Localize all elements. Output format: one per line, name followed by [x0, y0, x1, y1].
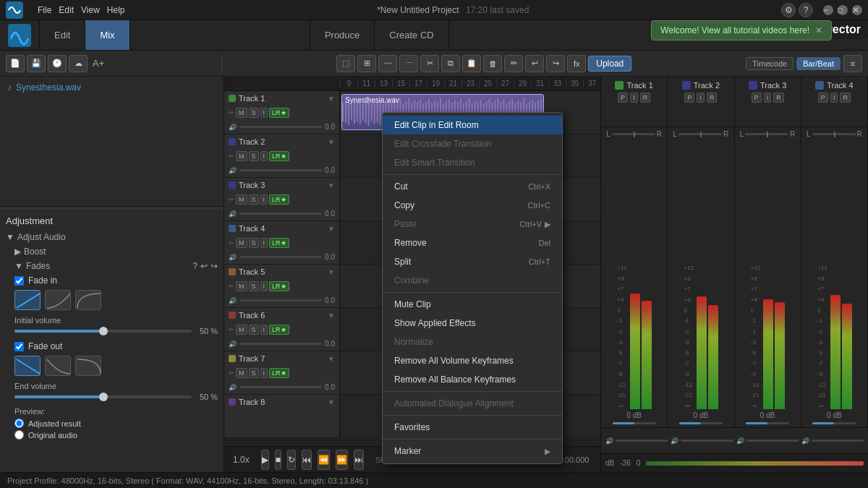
vol-slider-thumb[interactable]: [99, 327, 108, 335]
fade-out-shape-3[interactable]: [75, 356, 101, 376]
pan-slider-4[interactable]: [812, 133, 856, 135]
help-btn[interactable]: ?: [799, 3, 813, 17]
adjusted-radio[interactable]: [14, 419, 24, 428]
ch-fader-4[interactable]: [812, 422, 856, 424]
fade-in-checkbox[interactable]: [14, 276, 24, 286]
cloud-btn[interactable]: ☁: [69, 55, 88, 72]
ctx-marker[interactable]: Marker ▶: [383, 442, 562, 461]
ctx-split[interactable]: Split Ctrl+T: [383, 252, 562, 271]
barbeat-btn[interactable]: Bar/Beat: [796, 57, 841, 70]
next-btn[interactable]: ⏩: [336, 450, 348, 470]
fade-shape-1[interactable]: [14, 290, 41, 310]
undo-icon[interactable]: ↩: [200, 261, 208, 271]
track-mute-1[interactable]: M: [236, 108, 247, 118]
file-item[interactable]: ♪ Synesthesia.wav: [3, 80, 221, 95]
track-solo-7[interactable]: S: [249, 368, 259, 378]
track-vol-slider-6[interactable]: [239, 343, 322, 345]
fxmix-btn[interactable]: fx: [567, 55, 586, 72]
track-input-6[interactable]: I: [260, 325, 268, 335]
track-mute-4[interactable]: M: [236, 238, 247, 248]
track-vol-slider-4[interactable]: [239, 256, 322, 258]
track-input-5[interactable]: I: [260, 281, 268, 291]
redo-btn[interactable]: ↪: [546, 55, 565, 72]
undo-btn[interactable]: ↩: [525, 55, 544, 72]
waveform-btn[interactable]: 〰: [378, 55, 397, 72]
ch-fader-3[interactable]: [746, 422, 789, 424]
mixer-icon-btn[interactable]: ≡: [843, 55, 862, 72]
new-btn[interactable]: 📄: [6, 55, 25, 72]
track-lr-4[interactable]: LR★: [269, 238, 289, 248]
track-lr-5[interactable]: LR★: [269, 281, 289, 291]
track-expand-6[interactable]: ▼: [328, 312, 335, 320]
track-lr-3[interactable]: LR★: [269, 194, 289, 205]
pan-slider-2[interactable]: [678, 133, 722, 135]
fade-out-shape-2[interactable]: [45, 356, 71, 376]
ctx-remove[interactable]: Remove Del: [383, 234, 562, 252]
mixer-r-1[interactable]: R: [640, 93, 651, 103]
play-btn[interactable]: ▶: [261, 450, 269, 470]
undo-history-btn[interactable]: 🕐: [48, 55, 67, 72]
track-solo-1[interactable]: S: [249, 108, 259, 118]
close-btn[interactable]: ✕: [852, 5, 862, 15]
maximize-btn[interactable]: □: [838, 5, 848, 15]
goto-start-btn[interactable]: ⏮: [302, 450, 312, 470]
ctx-remove-bal-keyframes[interactable]: Remove All Balance Keyframes: [383, 370, 562, 389]
mixer-r-3[interactable]: R: [773, 93, 784, 103]
track-mute-6[interactable]: M: [236, 325, 247, 335]
tab-edit[interactable]: Edit: [40, 20, 85, 50]
mixer-i-3[interactable]: I: [764, 93, 772, 103]
end-vol-slider-track[interactable]: [14, 395, 192, 398]
mixer-p-2[interactable]: P: [684, 93, 694, 103]
tab-produce[interactable]: Produce: [310, 20, 375, 50]
track-vol-slider-3[interactable]: [239, 213, 322, 215]
track-solo-5[interactable]: S: [249, 281, 259, 291]
track-expand-8[interactable]: ▼: [328, 398, 335, 406]
settings-btn[interactable]: ⚙: [781, 3, 796, 17]
track-solo-2[interactable]: S: [249, 151, 259, 161]
stop-btn[interactable]: ■: [275, 450, 281, 470]
track-solo-3[interactable]: S: [249, 194, 259, 205]
ch-fader-1[interactable]: [613, 422, 656, 424]
multiselect-btn[interactable]: ⊞: [357, 55, 376, 72]
mixer-r-2[interactable]: R: [707, 93, 718, 103]
track-expand-1[interactable]: ▼: [328, 95, 335, 103]
tab-mix[interactable]: Mix: [85, 20, 129, 50]
track-mute-2[interactable]: M: [236, 151, 247, 161]
select-btn[interactable]: ⬚: [336, 55, 355, 72]
delete-btn[interactable]: 🗑: [483, 55, 502, 72]
track-expand-5[interactable]: ▼: [328, 268, 335, 276]
save-btn[interactable]: 💾: [27, 55, 46, 72]
fade-out-checkbox[interactable]: [14, 342, 24, 351]
fade-shape-3[interactable]: [75, 290, 101, 310]
copy-btn[interactable]: ⧉: [441, 55, 460, 72]
minimize-btn[interactable]: −: [823, 5, 833, 15]
track-lr-2[interactable]: LR★: [269, 151, 289, 161]
help-icon[interactable]: ?: [192, 261, 197, 271]
track-mute-5[interactable]: M: [236, 281, 247, 291]
effects-btn[interactable]: ⋯: [399, 55, 418, 72]
mf-slider-3[interactable]: [746, 440, 799, 442]
track-solo-6[interactable]: S: [249, 325, 259, 335]
track-mute-3[interactable]: M: [236, 194, 247, 205]
fade-shape-2[interactable]: [45, 290, 71, 310]
track-expand-7[interactable]: ▼: [328, 355, 335, 363]
track-vol-slider-7[interactable]: [239, 386, 322, 388]
original-radio[interactable]: [14, 430, 24, 440]
track-lr-7[interactable]: LR★: [269, 368, 289, 378]
track-vol-slider-5[interactable]: [239, 299, 322, 301]
tab-create-cd[interactable]: Create CD: [375, 20, 448, 50]
pan-slider-1[interactable]: [612, 133, 655, 135]
track-vol-slider-1[interactable]: [239, 126, 322, 128]
menu-file[interactable]: File: [38, 5, 51, 15]
mf-slider-1[interactable]: [616, 440, 668, 442]
goto-end-btn[interactable]: ⏭: [354, 450, 364, 470]
mixer-p-3[interactable]: P: [752, 93, 762, 103]
track-input-2[interactable]: I: [260, 151, 268, 161]
menu-help[interactable]: Help: [107, 5, 125, 15]
ctx-edit-clip[interactable]: Edit Clip in Edit Room: [383, 116, 562, 134]
ctx-mute-clip[interactable]: Mute Clip: [383, 295, 562, 314]
upload-button[interactable]: Upload: [588, 56, 631, 72]
mixer-p-4[interactable]: P: [818, 93, 828, 103]
redo-icon[interactable]: ↪: [210, 261, 218, 271]
track-solo-4[interactable]: S: [249, 238, 259, 248]
